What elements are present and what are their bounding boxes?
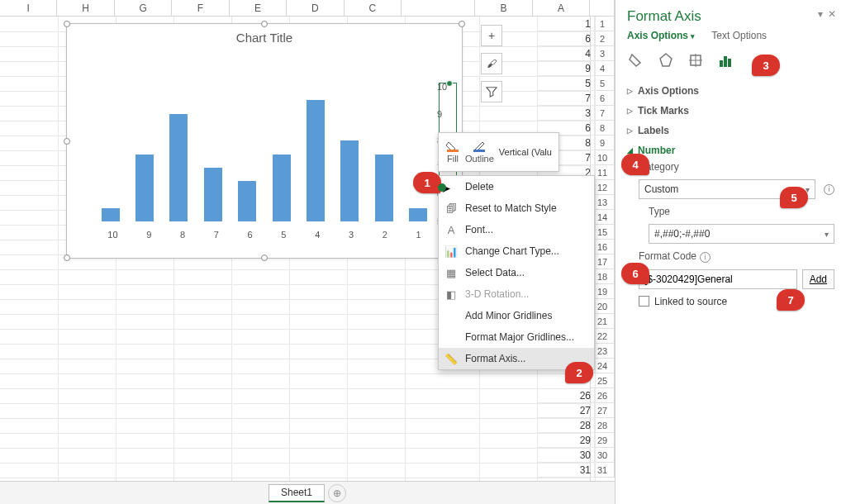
ctx-add-minor-gridlines[interactable]: Add Minor Gridlines [439, 305, 594, 326]
cell[interactable]: 29 [537, 433, 595, 448]
col-header[interactable]: B [475, 0, 532, 16]
chart-elements-button[interactable]: + [481, 25, 502, 46]
category-label: Category [639, 161, 834, 173]
chart-bars[interactable] [93, 87, 435, 221]
callout-1: 1 [413, 172, 441, 193]
callout-7: 7 [777, 289, 805, 311]
pane-dropdown-icon[interactable]: ▾ [818, 8, 823, 20]
brush-icon: 🖌 [487, 58, 497, 69]
row-header[interactable]: 25 [591, 373, 615, 388]
format-code-input[interactable] [639, 269, 797, 289]
cell[interactable]: 3 [537, 106, 595, 121]
callout-4: 4 [621, 154, 649, 175]
select-data-icon: ▦ [444, 267, 459, 279]
bar[interactable] [375, 155, 393, 222]
outline-icon [472, 140, 487, 152]
x-tick: 5 [281, 230, 286, 240]
chart-type-icon: 📊 [444, 245, 459, 258]
cell[interactable]: 6 [537, 31, 595, 46]
ctx-select-data[interactable]: ▦Select Data... [439, 262, 594, 283]
fill-line-icon[interactable] [627, 51, 645, 69]
pane-close-icon[interactable]: ✕ [828, 8, 836, 20]
cell[interactable]: 9 [537, 61, 595, 76]
context-menu: Delete 🗐Reset to Match Style AFont... 📊C… [438, 175, 595, 370]
cell[interactable]: 26 [537, 388, 595, 403]
bar[interactable] [307, 100, 325, 221]
fill-tool[interactable]: Fill [445, 140, 460, 164]
col-header[interactable]: G [115, 0, 172, 16]
x-tick: 7 [214, 230, 219, 240]
bar[interactable] [135, 155, 154, 222]
col-header[interactable]: H [57, 0, 114, 16]
chart-quick-buttons: + 🖌 [481, 25, 502, 102]
funnel-icon [486, 86, 497, 97]
type-dropdown[interactable]: #,##0;-#,##0▾ [649, 224, 834, 244]
effects-icon[interactable] [657, 51, 675, 69]
chevron-down-icon: ▾ [825, 230, 829, 239]
ctx-delete[interactable]: Delete [439, 176, 594, 197]
section-axis-options[interactable]: ▷Axis Options [627, 85, 834, 97]
bar[interactable] [169, 114, 188, 221]
cell[interactable]: 30 [537, 448, 595, 463]
col-header[interactable]: E [230, 0, 287, 16]
plus-icon: + [488, 29, 495, 42]
info-icon[interactable]: i [700, 252, 711, 263]
chart-title[interactable]: Chart Title [67, 24, 462, 50]
section-number[interactable]: ◢Number [627, 145, 834, 156]
col-header[interactable]: A [533, 0, 590, 16]
callout-5: 5 [780, 187, 808, 208]
col-header[interactable]: F [172, 0, 229, 16]
sheet-tabs: Sheet1 ⊕ [0, 481, 615, 504]
col-header[interactable] [402, 0, 475, 16]
format-axis-pane: ▾ ✕ Format Axis Axis Options ▾ Text Opti… [615, 0, 846, 504]
chart-filter-button[interactable] [481, 81, 502, 102]
pane-window-controls: ▾ ✕ [818, 8, 836, 20]
linked-to-source-checkbox[interactable]: Linked to source [639, 296, 834, 307]
bar[interactable] [102, 208, 120, 221]
worksheet-area[interactable]: I H G F E D C B A 1649573687212262728293… [0, 0, 615, 504]
cell[interactable]: 4 [537, 46, 595, 61]
column-headers: I H G F E D C B A [0, 0, 615, 17]
bar[interactable] [273, 155, 291, 222]
section-tick-marks[interactable]: ▷Tick Marks [627, 105, 834, 116]
embedded-chart[interactable]: Chart Title 10987654321 1098765 [66, 23, 463, 259]
svg-rect-8 [728, 59, 731, 67]
callout-3: 3 [752, 55, 780, 76]
cell[interactable]: 27 [537, 403, 595, 418]
bar[interactable] [238, 181, 256, 221]
x-axis[interactable]: 10987654321 [93, 230, 435, 240]
col-header[interactable]: C [345, 0, 402, 16]
info-icon[interactable]: i [824, 184, 834, 195]
size-props-icon[interactable] [687, 51, 705, 69]
svg-rect-1 [473, 150, 485, 152]
text-options-tab[interactable]: Text Options [711, 30, 767, 41]
add-sheet-button[interactable]: ⊕ [328, 484, 346, 502]
ctx-format-major-gridlines[interactable]: Format Major Gridlines... [439, 326, 594, 348]
chart-styles-button[interactable]: 🖌 [481, 53, 502, 74]
col-header[interactable]: I [0, 0, 57, 16]
cell[interactable]: 1 [537, 17, 595, 31]
cell[interactable]: 28 [537, 418, 595, 433]
cell[interactable]: 7 [537, 91, 595, 106]
ctx-change-chart-type[interactable]: 📊Change Chart Type... [439, 240, 594, 262]
bar[interactable] [340, 140, 359, 221]
axis-options-icon[interactable] [716, 51, 734, 69]
x-tick: 1 [416, 230, 421, 240]
svg-rect-0 [447, 150, 459, 152]
mini-toolbar: Fill Outline Vertical (Valu [438, 132, 559, 172]
type-label: Type [639, 206, 834, 217]
bar[interactable] [409, 208, 427, 221]
col-header[interactable]: D [287, 0, 344, 16]
cell[interactable]: 5 [537, 76, 595, 91]
select-all-corner[interactable] [590, 0, 615, 16]
ctx-reset[interactable]: 🗐Reset to Match Style [439, 197, 594, 219]
outline-tool[interactable]: Outline [465, 140, 494, 164]
section-labels[interactable]: ▷Labels [627, 125, 834, 136]
ctx-font[interactable]: AFont... [439, 219, 594, 240]
cell[interactable]: 31 [537, 463, 595, 478]
pane-title: Format Axis [627, 8, 834, 25]
bar[interactable] [204, 168, 222, 221]
axis-options-tab[interactable]: Axis Options ▾ [627, 30, 695, 41]
add-button[interactable]: Add [802, 269, 834, 289]
sheet-tab-sheet1[interactable]: Sheet1 [269, 484, 325, 502]
